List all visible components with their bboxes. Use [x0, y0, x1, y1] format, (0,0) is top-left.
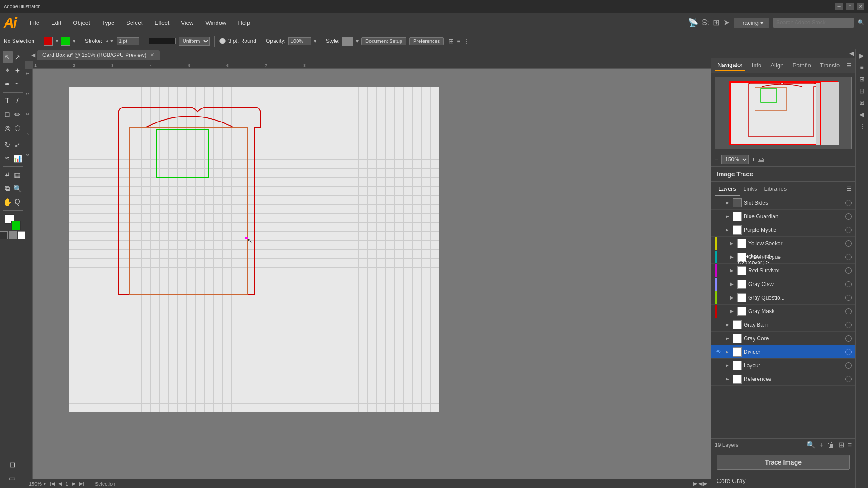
background-swatch[interactable] [11, 221, 21, 230]
eraser-tool[interactable]: ◎ [3, 122, 13, 134]
layer-circle-gray-question[interactable] [845, 295, 852, 301]
type-tool[interactable]: T [3, 94, 13, 107]
layer-expand-yellow-seeker[interactable]: ▶ [728, 240, 736, 247]
layer-expand-gray-mask[interactable]: ▶ [728, 308, 736, 315]
menu-view[interactable]: View [175, 18, 199, 28]
layer-circle-layout[interactable] [845, 362, 852, 369]
layer-green-rogue[interactable]: ▶ ');background-size:cover;"> Green Rogu… [711, 250, 855, 264]
grid-icon[interactable]: ⊞ [713, 18, 720, 28]
panel-collapse-left[interactable]: ◀ [29, 51, 37, 59]
selection-tool[interactable]: ↖ [3, 51, 13, 63]
layer-circle-blue-guardian[interactable] [845, 213, 852, 220]
tab-navigator[interactable]: Navigator [715, 60, 745, 71]
edge-play-btn[interactable]: ▶ [857, 51, 867, 61]
rect-tool[interactable]: □ [3, 108, 13, 121]
stroke-swatch[interactable] [61, 37, 70, 46]
panel-collapse-right[interactable]: ◀ [849, 50, 854, 56]
fill-swatch[interactable] [44, 37, 53, 46]
tab-pathfinder[interactable]: Pathfin [790, 60, 813, 70]
layer-vis-gray-question[interactable] [719, 294, 726, 301]
panel-options-btn[interactable]: ☰ [847, 62, 852, 69]
layer-vis-red-survivor[interactable] [719, 267, 726, 274]
tab-layers[interactable]: Layers [715, 182, 740, 196]
symbol-tool[interactable]: # [3, 169, 13, 181]
edge-collapse-btn[interactable]: ◀ [857, 109, 867, 119]
layer-gray-mask[interactable]: ▶ Gray Mask [711, 305, 855, 318]
layer-slot-sides[interactable]: ▶ Slot Sides [711, 196, 855, 210]
layer-circle-gray-barn[interactable] [845, 322, 852, 328]
tab-align[interactable]: Align [768, 60, 786, 70]
search-layers-btn[interactable]: 🔍 [807, 441, 816, 449]
menu-file[interactable]: File [24, 18, 45, 28]
opacity-input[interactable] [288, 37, 311, 45]
align-icon[interactable]: ≡ [457, 38, 460, 45]
layer-expand-layout[interactable]: ▶ [724, 362, 731, 369]
send-icon[interactable]: ➤ [723, 18, 730, 28]
status-nav-prev[interactable]: |◀ [50, 481, 55, 487]
layer-expand-divider[interactable]: ▶ [724, 348, 731, 356]
layer-vis-blue-guardian[interactable] [715, 213, 722, 220]
direct-selection-tool[interactable]: ↗ [13, 51, 23, 63]
slice-tool[interactable]: ⧉ [3, 182, 13, 195]
layer-vis-slot-sides[interactable] [715, 199, 722, 206]
stock-search-input[interactable] [773, 18, 854, 28]
st-icon[interactable]: St [702, 18, 709, 28]
fg-bg-swatch[interactable] [5, 214, 21, 230]
layer-vis-green-rogue[interactable] [719, 253, 726, 261]
broadcast-icon[interactable]: 📡 [688, 18, 698, 28]
doc-setup-button[interactable]: Document Setup [361, 37, 406, 45]
paint-bucket[interactable]: ⬡ [13, 122, 23, 134]
layers-panel-menu[interactable]: ☰ [847, 186, 852, 192]
layer-circle-gray-mask[interactable] [845, 308, 852, 314]
layer-gray-claw[interactable]: ▶ Gray Claw [711, 277, 855, 291]
menu-effect[interactable]: Effect [149, 18, 175, 28]
play-btn[interactable]: ▶ [693, 481, 697, 486]
layer-expand-gray-claw[interactable]: ▶ [728, 281, 736, 288]
layer-divider[interactable]: 👁 ▶ Divider [711, 345, 855, 359]
edge-view-btn[interactable]: ⊠ [857, 98, 867, 108]
lasso-tool[interactable]: ⌖ [3, 64, 13, 77]
add-layer-btn[interactable]: + [819, 441, 823, 449]
layer-expand-gray-core[interactable]: ▶ [724, 335, 731, 342]
layers-arrange-btn[interactable]: ⊞ [838, 441, 844, 449]
curvature-tool[interactable]: ~ [13, 78, 23, 90]
line-tool[interactable]: / [13, 94, 23, 107]
layer-blue-guardian[interactable]: ▶ Blue Guardian [711, 210, 855, 223]
layer-references[interactable]: ▶ References [711, 372, 855, 386]
layers-more-btn[interactable]: ≡ [848, 441, 852, 449]
maximize-button[interactable]: □ [846, 3, 854, 10]
zoom-in-btn[interactable]: + [751, 156, 755, 163]
layer-expand-purple-mystic[interactable]: ▶ [724, 226, 731, 234]
zoom-select[interactable]: 150% 100% 50% 200% [721, 155, 749, 164]
draw-mode-btn[interactable]: ⊡ [3, 458, 23, 471]
delete-layer-btn[interactable]: 🗑 [827, 441, 835, 449]
layer-vis-gray-barn[interactable] [715, 321, 722, 328]
style-swatch[interactable] [342, 37, 353, 46]
tab-libraries[interactable]: Libraries [760, 182, 790, 196]
hand-tool[interactable]: ✋ [3, 196, 13, 208]
style-dropdown[interactable]: ▾ [356, 38, 359, 44]
search-icon[interactable]: 🔍 [858, 19, 864, 26]
gray-swatch[interactable] [9, 231, 17, 239]
layer-circle-yellow-seeker[interactable] [845, 240, 852, 247]
layer-circle-gray-claw[interactable] [845, 281, 852, 287]
warp-tool[interactable]: ≈ [3, 152, 13, 164]
zoom-tool2[interactable]: Q [13, 196, 23, 208]
zoom-dropdown-icon[interactable]: ▾ [43, 481, 46, 487]
menu-object[interactable]: Object [67, 18, 95, 28]
stroke-profile[interactable] [149, 38, 176, 44]
scale-tool[interactable]: ⤢ [13, 138, 23, 151]
zoom-out-btn[interactable]: − [715, 156, 718, 163]
stroke-uniform-select[interactable]: Uniform [179, 37, 210, 46]
menu-edit[interactable]: Edit [46, 18, 66, 28]
status-nav-forward[interactable]: ▶ [72, 481, 75, 487]
layer-gray-question[interactable]: ▶ Gray Questio... [711, 291, 855, 305]
white-swatch[interactable] [18, 231, 26, 239]
preferences-button[interactable]: Preferences [409, 37, 444, 45]
minimize-button[interactable]: ─ [835, 3, 843, 10]
layer-expand-references[interactable]: ▶ [724, 375, 731, 383]
document-tab[interactable]: Card Box.ai* @ 150% (RGB/GPU Preview) ✕ [37, 50, 160, 60]
layer-circle-green-rogue[interactable] [845, 254, 852, 260]
rotate-tool[interactable]: ↻ [3, 138, 13, 151]
layer-circle-gray-core[interactable] [845, 335, 852, 342]
